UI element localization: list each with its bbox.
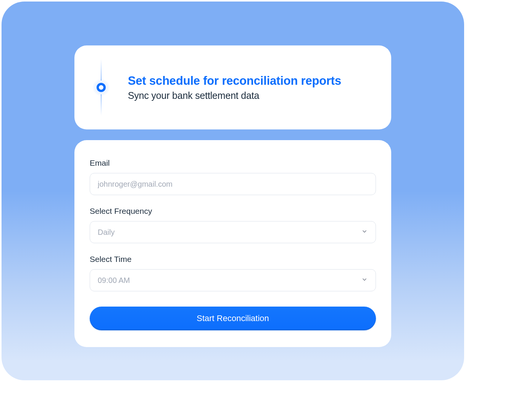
timeline-dot-icon xyxy=(97,83,106,92)
header-text-block: Set schedule for reconciliation reports … xyxy=(128,74,341,101)
frequency-label: Select Frequency xyxy=(90,207,376,216)
timeline-step-indicator xyxy=(93,61,110,114)
chevron-down-icon xyxy=(361,228,368,237)
start-reconciliation-button[interactable]: Start Reconciliation xyxy=(90,307,376,330)
email-input[interactable] xyxy=(90,173,376,195)
header-title: Set schedule for reconciliation reports xyxy=(128,74,341,88)
time-selected-value: 09:00 AM xyxy=(98,276,130,285)
email-field-group: Email xyxy=(90,158,376,195)
frequency-selected-value: Daily xyxy=(98,228,115,237)
page-background: Set schedule for reconciliation reports … xyxy=(2,2,464,380)
frequency-select[interactable]: Daily xyxy=(90,221,376,243)
frequency-field-group: Select Frequency Daily xyxy=(90,207,376,243)
time-label: Select Time xyxy=(90,255,376,264)
time-select[interactable]: 09:00 AM xyxy=(90,269,376,291)
chevron-down-icon xyxy=(361,276,368,285)
timeline-line-bottom xyxy=(101,94,102,116)
header-card: Set schedule for reconciliation reports … xyxy=(74,45,391,129)
time-field-group: Select Time 09:00 AM xyxy=(90,255,376,291)
header-subtitle: Sync your bank settlement data xyxy=(128,90,341,101)
email-label: Email xyxy=(90,158,376,168)
timeline-line-top xyxy=(101,59,102,81)
timeline-dot-glow xyxy=(93,79,110,96)
form-card: Email Select Frequency Daily Select Time… xyxy=(74,140,391,347)
